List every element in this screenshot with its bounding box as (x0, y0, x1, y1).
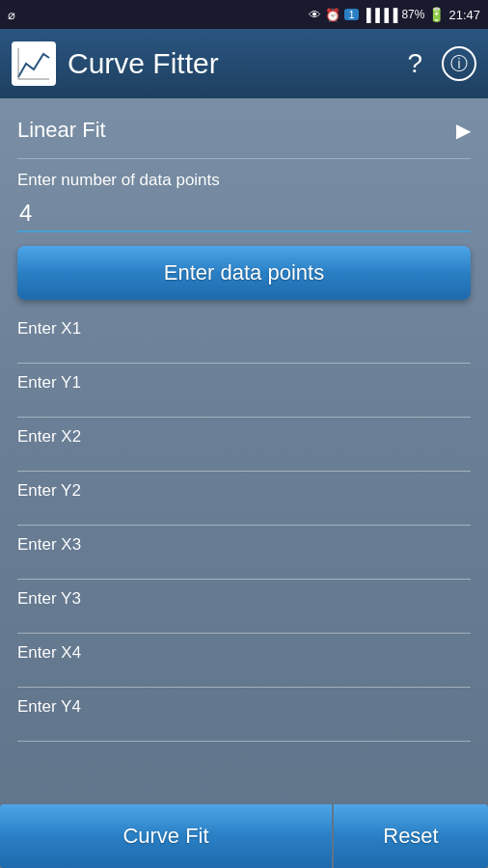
reset-button[interactable]: Reset (334, 804, 488, 868)
alarm-icon: ⏰ (325, 8, 340, 22)
app-logo (12, 41, 56, 86)
usb-icon: ⌀ (8, 8, 15, 22)
data-field-row-7: Enter Y4 (17, 697, 471, 742)
app-title: Curve Fitter (68, 47, 388, 80)
eye-icon: 👁 (309, 8, 321, 22)
data-field-row-1: Enter Y1 (17, 373, 471, 418)
app-header: Curve Fitter ? ⓘ (0, 29, 488, 98)
num-points-label: Enter number of data points (17, 171, 471, 190)
field-label-2: Enter X2 (17, 427, 471, 447)
field-label-1: Enter Y1 (17, 373, 471, 393)
fit-type-label: Linear Fit (17, 118, 106, 143)
field-input-4[interactable] (17, 556, 471, 580)
num-points-input[interactable] (17, 196, 471, 232)
info-button[interactable]: ⓘ (442, 46, 476, 81)
field-label-0: Enter X1 (17, 319, 471, 339)
field-input-7[interactable] (17, 719, 471, 742)
num-points-section: Enter number of data points (17, 171, 471, 246)
svg-rect-0 (14, 44, 53, 83)
time-display: 21:47 (448, 8, 480, 22)
help-button[interactable]: ? (399, 44, 430, 83)
field-input-2[interactable] (17, 448, 471, 472)
battery-icon: 🔋 (428, 7, 445, 22)
field-label-4: Enter X3 (17, 535, 471, 555)
field-input-6[interactable] (17, 665, 471, 688)
field-label-5: Enter Y3 (17, 589, 471, 609)
field-label-6: Enter X4 (17, 643, 471, 663)
divider-1 (17, 158, 471, 159)
notification-badge: 1 (344, 9, 358, 20)
main-content: Linear Fit ▶ Enter number of data points… (0, 98, 488, 868)
data-field-row-6: Enter X4 (17, 643, 471, 688)
battery-text: 87% (401, 8, 424, 21)
field-label-3: Enter Y2 (17, 481, 471, 501)
data-field-row-4: Enter X3 (17, 535, 471, 580)
status-bar: ⌀ 👁 ⏰ 1 ▐▐▐▐ 87% 🔋 21:47 (0, 0, 488, 29)
bottom-bar: Curve Fit Reset (0, 804, 488, 868)
signal-icon: ▐▐▐▐ (363, 8, 398, 22)
field-input-1[interactable] (17, 394, 471, 418)
fit-type-dropdown[interactable]: Linear Fit ▶ (17, 118, 471, 143)
field-input-3[interactable] (17, 502, 471, 526)
data-field-row-0: Enter X1 (17, 319, 471, 364)
field-label-7: Enter Y4 (17, 697, 471, 717)
enter-data-points-button[interactable]: Enter data points (17, 246, 471, 300)
data-field-row-2: Enter X2 (17, 427, 471, 472)
field-input-0[interactable] (17, 340, 471, 364)
curve-fit-button[interactable]: Curve Fit (0, 804, 332, 868)
data-fields-container: Enter X1Enter Y1Enter X2Enter Y2Enter X3… (17, 319, 471, 742)
data-field-row-3: Enter Y2 (17, 481, 471, 526)
dropdown-arrow-icon: ▶ (456, 119, 471, 142)
data-field-row-5: Enter Y3 (17, 589, 471, 634)
field-input-5[interactable] (17, 610, 471, 634)
